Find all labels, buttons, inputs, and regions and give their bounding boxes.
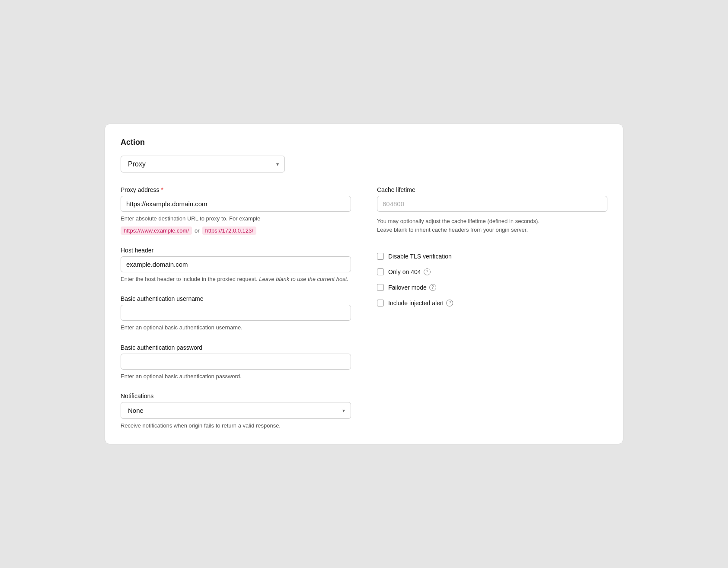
right-column: Cache lifetime You may optionally adjust… (377, 186, 607, 430)
notifications-select[interactable]: None Email Slack PagerDuty (121, 402, 351, 419)
only-on-404-help-icon[interactable]: ? (424, 268, 431, 275)
failover-mode-checkbox[interactable] (377, 284, 384, 291)
example-link-2[interactable]: https://172.0.0.123/ (202, 227, 256, 235)
basic-auth-password-input[interactable] (121, 354, 351, 370)
disable-tls-checkbox[interactable] (377, 253, 384, 260)
failover-mode-item: Failover mode ? (377, 284, 607, 291)
notifications-label: Notifications (121, 392, 351, 399)
failover-mode-help-icon[interactable]: ? (429, 284, 436, 291)
proxy-address-links: https://www.example.com/ or https://172.… (121, 227, 351, 235)
checkbox-list: Disable TLS verification Only on 404 ? F… (377, 253, 607, 306)
required-indicator: * (161, 186, 163, 193)
section-title: Action (121, 138, 607, 147)
notifications-hint: Receive notifications when origin fails … (121, 421, 351, 430)
basic-auth-password-field: Basic authentication password Enter an o… (121, 344, 351, 381)
basic-auth-username-field: Basic authentication username Enter an o… (121, 295, 351, 332)
only-on-404-label[interactable]: Only on 404 ? (388, 268, 431, 275)
proxy-address-label: Proxy address * (121, 186, 351, 193)
basic-auth-username-label: Basic authentication username (121, 295, 351, 302)
basic-auth-username-input[interactable] (121, 305, 351, 321)
host-header-hint: Enter the host header to include in the … (121, 275, 351, 284)
host-header-label: Host header (121, 247, 351, 254)
proxy-address-hint: Enter absolute destination URL to proxy … (121, 214, 351, 223)
cache-lifetime-label: Cache lifetime (377, 186, 607, 193)
only-on-404-checkbox[interactable] (377, 268, 384, 275)
proxy-address-field: Proxy address * Enter absolute destinati… (121, 186, 351, 235)
include-injected-alert-help-icon[interactable]: ? (446, 300, 453, 306)
only-on-404-item: Only on 404 ? (377, 268, 607, 275)
notifications-field: Notifications None Email Slack PagerDuty… (121, 392, 351, 430)
left-column: Proxy address * Enter absolute destinati… (121, 186, 351, 430)
basic-auth-password-label: Basic authentication password (121, 344, 351, 351)
action-select-wrapper: Proxy Redirect Rewrite Block ▾ (121, 156, 285, 172)
host-header-input[interactable] (121, 256, 351, 272)
include-injected-alert-label[interactable]: Include injected alert ? (388, 300, 453, 306)
disable-tls-item: Disable TLS verification (377, 253, 607, 260)
main-card: Action Proxy Redirect Rewrite Block ▾ Pr… (105, 124, 623, 444)
cache-lifetime-input[interactable] (377, 196, 607, 212)
or-text: or (195, 227, 200, 234)
example-link-1[interactable]: https://www.example.com/ (121, 227, 192, 235)
basic-auth-username-hint: Enter an optional basic authentication u… (121, 323, 351, 332)
host-header-field: Host header Enter the host header to inc… (121, 247, 351, 284)
failover-mode-label[interactable]: Failover mode ? (388, 284, 436, 291)
basic-auth-password-hint: Enter an optional basic authentication p… (121, 372, 351, 381)
include-injected-alert-item: Include injected alert ? (377, 300, 607, 306)
include-injected-alert-checkbox[interactable] (377, 300, 384, 306)
disable-tls-label[interactable]: Disable TLS verification (388, 253, 452, 260)
action-select[interactable]: Proxy Redirect Rewrite Block (121, 156, 285, 172)
two-col-layout: Proxy address * Enter absolute destinati… (121, 186, 607, 430)
proxy-address-input[interactable] (121, 196, 351, 212)
cache-lifetime-field: Cache lifetime You may optionally adjust… (377, 186, 607, 234)
notifications-select-wrapper: None Email Slack PagerDuty ▾ (121, 402, 351, 419)
cache-lifetime-hint: You may optionally adjust the cache life… (377, 217, 607, 234)
